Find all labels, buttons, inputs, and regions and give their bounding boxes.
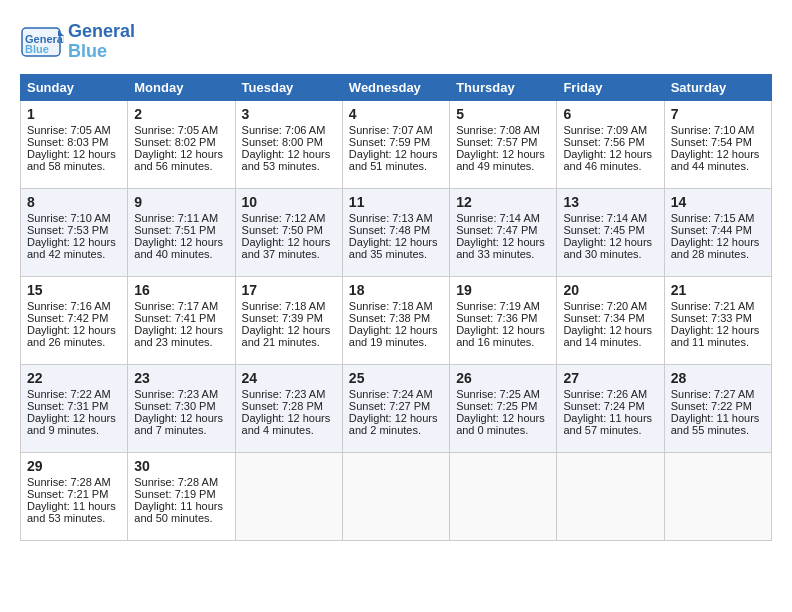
day-header-saturday: Saturday (664, 75, 771, 101)
calendar-cell (557, 453, 664, 541)
sunrise-text: Sunrise: 7:24 AM (349, 388, 433, 400)
calendar-cell: 15 Sunrise: 7:16 AM Sunset: 7:42 PM Dayl… (21, 277, 128, 365)
calendar-cell: 5 Sunrise: 7:08 AM Sunset: 7:57 PM Dayli… (450, 101, 557, 189)
calendar-cell (450, 453, 557, 541)
calendar-cell: 13 Sunrise: 7:14 AM Sunset: 7:45 PM Dayl… (557, 189, 664, 277)
day-number: 26 (456, 370, 550, 386)
daylight-text: Daylight: 12 hours and 33 minutes. (456, 236, 545, 260)
sunset-text: Sunset: 7:59 PM (349, 136, 430, 148)
sunrise-text: Sunrise: 7:19 AM (456, 300, 540, 312)
calendar-cell: 14 Sunrise: 7:15 AM Sunset: 7:44 PM Dayl… (664, 189, 771, 277)
svg-text:Blue: Blue (25, 43, 49, 55)
sunset-text: Sunset: 8:00 PM (242, 136, 323, 148)
day-number: 17 (242, 282, 336, 298)
calendar-cell: 27 Sunrise: 7:26 AM Sunset: 7:24 PM Dayl… (557, 365, 664, 453)
calendar-header-row: SundayMondayTuesdayWednesdayThursdayFrid… (21, 75, 772, 101)
daylight-text: Daylight: 12 hours and 35 minutes. (349, 236, 438, 260)
calendar-cell: 18 Sunrise: 7:18 AM Sunset: 7:38 PM Dayl… (342, 277, 449, 365)
daylight-text: Daylight: 12 hours and 51 minutes. (349, 148, 438, 172)
calendar-table: SundayMondayTuesdayWednesdayThursdayFrid… (20, 74, 772, 541)
sunset-text: Sunset: 7:21 PM (27, 488, 108, 500)
daylight-text: Daylight: 12 hours and 21 minutes. (242, 324, 331, 348)
day-number: 27 (563, 370, 657, 386)
daylight-text: Daylight: 11 hours and 55 minutes. (671, 412, 760, 436)
calendar-cell: 23 Sunrise: 7:23 AM Sunset: 7:30 PM Dayl… (128, 365, 235, 453)
calendar-week-row: 1 Sunrise: 7:05 AM Sunset: 8:03 PM Dayli… (21, 101, 772, 189)
day-header-tuesday: Tuesday (235, 75, 342, 101)
calendar-cell: 26 Sunrise: 7:25 AM Sunset: 7:25 PM Dayl… (450, 365, 557, 453)
daylight-text: Daylight: 12 hours and 9 minutes. (27, 412, 116, 436)
sunset-text: Sunset: 7:36 PM (456, 312, 537, 324)
calendar-cell: 16 Sunrise: 7:17 AM Sunset: 7:41 PM Dayl… (128, 277, 235, 365)
calendar-week-row: 15 Sunrise: 7:16 AM Sunset: 7:42 PM Dayl… (21, 277, 772, 365)
calendar-cell: 3 Sunrise: 7:06 AM Sunset: 8:00 PM Dayli… (235, 101, 342, 189)
sunset-text: Sunset: 7:47 PM (456, 224, 537, 236)
sunset-text: Sunset: 7:41 PM (134, 312, 215, 324)
day-number: 19 (456, 282, 550, 298)
calendar-cell (342, 453, 449, 541)
sunrise-text: Sunrise: 7:15 AM (671, 212, 755, 224)
calendar-cell: 17 Sunrise: 7:18 AM Sunset: 7:39 PM Dayl… (235, 277, 342, 365)
sunset-text: Sunset: 8:02 PM (134, 136, 215, 148)
sunrise-text: Sunrise: 7:14 AM (563, 212, 647, 224)
sunrise-text: Sunrise: 7:22 AM (27, 388, 111, 400)
day-number: 8 (27, 194, 121, 210)
calendar-cell: 22 Sunrise: 7:22 AM Sunset: 7:31 PM Dayl… (21, 365, 128, 453)
sunrise-text: Sunrise: 7:20 AM (563, 300, 647, 312)
logo-blue: Blue (68, 42, 135, 62)
calendar-cell: 1 Sunrise: 7:05 AM Sunset: 8:03 PM Dayli… (21, 101, 128, 189)
calendar-cell: 2 Sunrise: 7:05 AM Sunset: 8:02 PM Dayli… (128, 101, 235, 189)
calendar-cell: 11 Sunrise: 7:13 AM Sunset: 7:48 PM Dayl… (342, 189, 449, 277)
sunset-text: Sunset: 7:19 PM (134, 488, 215, 500)
day-number: 23 (134, 370, 228, 386)
sunrise-text: Sunrise: 7:10 AM (27, 212, 111, 224)
sunrise-text: Sunrise: 7:09 AM (563, 124, 647, 136)
sunset-text: Sunset: 7:22 PM (671, 400, 752, 412)
day-number: 10 (242, 194, 336, 210)
day-number: 3 (242, 106, 336, 122)
daylight-text: Daylight: 12 hours and 56 minutes. (134, 148, 223, 172)
day-number: 22 (27, 370, 121, 386)
daylight-text: Daylight: 12 hours and 30 minutes. (563, 236, 652, 260)
sunset-text: Sunset: 7:56 PM (563, 136, 644, 148)
day-header-monday: Monday (128, 75, 235, 101)
sunrise-text: Sunrise: 7:18 AM (349, 300, 433, 312)
daylight-text: Daylight: 12 hours and 42 minutes. (27, 236, 116, 260)
sunrise-text: Sunrise: 7:07 AM (349, 124, 433, 136)
sunset-text: Sunset: 7:53 PM (27, 224, 108, 236)
calendar-cell: 28 Sunrise: 7:27 AM Sunset: 7:22 PM Dayl… (664, 365, 771, 453)
daylight-text: Daylight: 11 hours and 53 minutes. (27, 500, 116, 524)
calendar-body: 1 Sunrise: 7:05 AM Sunset: 8:03 PM Dayli… (21, 101, 772, 541)
day-number: 15 (27, 282, 121, 298)
day-number: 20 (563, 282, 657, 298)
sunset-text: Sunset: 7:54 PM (671, 136, 752, 148)
logo: General Blue General Blue (20, 20, 135, 64)
sunrise-text: Sunrise: 7:14 AM (456, 212, 540, 224)
sunset-text: Sunset: 7:33 PM (671, 312, 752, 324)
day-header-thursday: Thursday (450, 75, 557, 101)
sunset-text: Sunset: 7:50 PM (242, 224, 323, 236)
daylight-text: Daylight: 12 hours and 46 minutes. (563, 148, 652, 172)
day-number: 25 (349, 370, 443, 386)
day-number: 1 (27, 106, 121, 122)
sunset-text: Sunset: 7:30 PM (134, 400, 215, 412)
sunrise-text: Sunrise: 7:23 AM (134, 388, 218, 400)
calendar-week-row: 29 Sunrise: 7:28 AM Sunset: 7:21 PM Dayl… (21, 453, 772, 541)
sunset-text: Sunset: 7:42 PM (27, 312, 108, 324)
daylight-text: Daylight: 12 hours and 26 minutes. (27, 324, 116, 348)
sunrise-text: Sunrise: 7:12 AM (242, 212, 326, 224)
sunrise-text: Sunrise: 7:06 AM (242, 124, 326, 136)
day-number: 2 (134, 106, 228, 122)
sunset-text: Sunset: 7:25 PM (456, 400, 537, 412)
day-number: 13 (563, 194, 657, 210)
day-number: 28 (671, 370, 765, 386)
calendar-week-row: 22 Sunrise: 7:22 AM Sunset: 7:31 PM Dayl… (21, 365, 772, 453)
day-number: 18 (349, 282, 443, 298)
sunrise-text: Sunrise: 7:10 AM (671, 124, 755, 136)
page-header: General Blue General Blue (20, 20, 772, 64)
calendar-cell: 8 Sunrise: 7:10 AM Sunset: 7:53 PM Dayli… (21, 189, 128, 277)
day-number: 4 (349, 106, 443, 122)
sunrise-text: Sunrise: 7:27 AM (671, 388, 755, 400)
sunset-text: Sunset: 7:44 PM (671, 224, 752, 236)
daylight-text: Daylight: 12 hours and 53 minutes. (242, 148, 331, 172)
